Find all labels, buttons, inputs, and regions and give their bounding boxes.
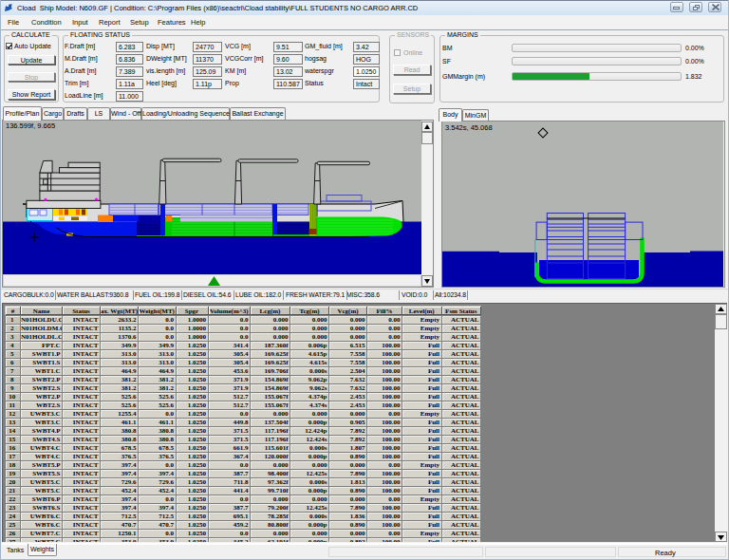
svg-text:136.599f, 9.665: 136.599f, 9.665 [6, 121, 55, 130]
svg-text:3.542s, 45.068: 3.542s, 45.068 [445, 123, 493, 132]
